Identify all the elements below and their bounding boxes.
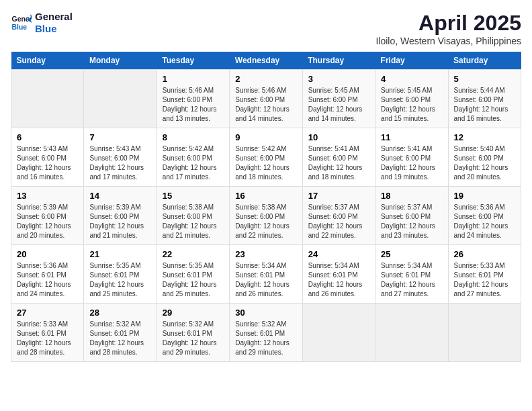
day-info: Sunrise: 5:35 AMSunset: 6:01 PMDaylight:… bbox=[163, 261, 224, 299]
calendar-cell: 4Sunrise: 5:45 AMSunset: 6:00 PMDaylight… bbox=[375, 70, 448, 128]
calendar-cell: 15Sunrise: 5:38 AMSunset: 6:00 PMDayligh… bbox=[157, 187, 229, 245]
day-number: 18 bbox=[381, 191, 442, 201]
day-info: Sunrise: 5:32 AMSunset: 6:01 PMDaylight:… bbox=[163, 320, 224, 357]
day-number: 14 bbox=[89, 191, 150, 201]
day-number: 29 bbox=[163, 308, 224, 318]
calendar-cell: 26Sunrise: 5:33 AMSunset: 6:01 PMDayligh… bbox=[448, 245, 521, 304]
logo-line2: Blue bbox=[35, 23, 73, 35]
day-info: Sunrise: 5:37 AMSunset: 6:00 PMDaylight:… bbox=[308, 203, 369, 240]
day-info: Sunrise: 5:41 AMSunset: 6:00 PMDaylight:… bbox=[381, 144, 442, 182]
day-number: 13 bbox=[17, 191, 78, 201]
calendar-cell bbox=[302, 304, 375, 362]
header-saturday: Saturday bbox=[448, 52, 521, 70]
calendar-cell: 12Sunrise: 5:40 AMSunset: 6:00 PMDayligh… bbox=[448, 128, 521, 187]
calendar-cell: 24Sunrise: 5:34 AMSunset: 6:01 PMDayligh… bbox=[302, 245, 375, 304]
calendar-cell: 30Sunrise: 5:32 AMSunset: 6:01 PMDayligh… bbox=[230, 304, 302, 362]
calendar-cell: 27Sunrise: 5:33 AMSunset: 6:01 PMDayligh… bbox=[11, 304, 84, 362]
day-info: Sunrise: 5:32 AMSunset: 6:01 PMDaylight:… bbox=[235, 320, 296, 357]
day-info: Sunrise: 5:40 AMSunset: 6:00 PMDaylight:… bbox=[454, 144, 515, 182]
week-row-1: 1Sunrise: 5:46 AMSunset: 6:00 PMDaylight… bbox=[11, 70, 521, 128]
calendar-header-row: SundayMondayTuesdayWednesdayThursdayFrid… bbox=[11, 52, 521, 70]
calendar-cell: 10Sunrise: 5:41 AMSunset: 6:00 PMDayligh… bbox=[302, 128, 375, 187]
day-info: Sunrise: 5:44 AMSunset: 6:00 PMDaylight:… bbox=[454, 86, 515, 124]
day-info: Sunrise: 5:42 AMSunset: 6:00 PMDaylight:… bbox=[235, 144, 296, 182]
day-number: 8 bbox=[163, 132, 224, 142]
logo-line1: General bbox=[35, 11, 73, 23]
day-number: 16 bbox=[235, 191, 296, 201]
calendar-cell: 28Sunrise: 5:32 AMSunset: 6:01 PMDayligh… bbox=[84, 304, 157, 362]
day-number: 7 bbox=[89, 132, 150, 142]
header-sunday: Sunday bbox=[11, 52, 84, 70]
day-info: Sunrise: 5:37 AMSunset: 6:00 PMDaylight:… bbox=[381, 203, 442, 240]
week-row-2: 6Sunrise: 5:43 AMSunset: 6:00 PMDaylight… bbox=[11, 128, 521, 187]
day-info: Sunrise: 5:38 AMSunset: 6:00 PMDaylight:… bbox=[235, 203, 296, 240]
day-info: Sunrise: 5:46 AMSunset: 6:00 PMDaylight:… bbox=[235, 86, 296, 124]
svg-text:Blue: Blue bbox=[12, 24, 28, 31]
day-info: Sunrise: 5:43 AMSunset: 6:00 PMDaylight:… bbox=[89, 144, 150, 182]
day-number: 30 bbox=[235, 308, 296, 318]
day-number: 25 bbox=[381, 249, 442, 259]
header-monday: Monday bbox=[84, 52, 157, 70]
day-number: 15 bbox=[163, 191, 224, 201]
calendar-cell bbox=[448, 304, 521, 362]
day-info: Sunrise: 5:34 AMSunset: 6:01 PMDaylight:… bbox=[381, 261, 442, 299]
day-info: Sunrise: 5:32 AMSunset: 6:01 PMDaylight:… bbox=[89, 320, 150, 357]
header: General Blue General Blue April 2025 Ilo… bbox=[11, 11, 521, 46]
week-row-4: 20Sunrise: 5:36 AMSunset: 6:01 PMDayligh… bbox=[11, 245, 521, 304]
day-info: Sunrise: 5:35 AMSunset: 6:01 PMDaylight:… bbox=[89, 261, 150, 299]
calendar-cell: 21Sunrise: 5:35 AMSunset: 6:01 PMDayligh… bbox=[84, 245, 157, 304]
calendar-table: SundayMondayTuesdayWednesdayThursdayFrid… bbox=[11, 52, 521, 362]
calendar-cell: 8Sunrise: 5:42 AMSunset: 6:00 PMDaylight… bbox=[157, 128, 229, 187]
calendar-cell: 19Sunrise: 5:36 AMSunset: 6:00 PMDayligh… bbox=[448, 187, 521, 245]
header-wednesday: Wednesday bbox=[230, 52, 302, 70]
day-info: Sunrise: 5:38 AMSunset: 6:00 PMDaylight:… bbox=[163, 203, 224, 240]
subtitle: Iloilo, Western Visayas, Philippines bbox=[375, 36, 521, 46]
day-info: Sunrise: 5:33 AMSunset: 6:01 PMDaylight:… bbox=[17, 320, 78, 357]
logo: General Blue General Blue bbox=[11, 11, 73, 35]
calendar-cell: 9Sunrise: 5:42 AMSunset: 6:00 PMDaylight… bbox=[230, 128, 302, 187]
calendar-cell bbox=[84, 70, 157, 128]
day-number: 11 bbox=[381, 132, 442, 142]
day-number: 4 bbox=[381, 74, 442, 84]
logo-icon: General Blue bbox=[11, 12, 32, 34]
day-number: 5 bbox=[454, 74, 515, 84]
day-info: Sunrise: 5:39 AMSunset: 6:00 PMDaylight:… bbox=[89, 203, 150, 240]
header-tuesday: Tuesday bbox=[157, 52, 229, 70]
calendar-cell bbox=[11, 70, 84, 128]
calendar-cell: 23Sunrise: 5:34 AMSunset: 6:01 PMDayligh… bbox=[230, 245, 302, 304]
day-number: 9 bbox=[235, 132, 296, 142]
day-info: Sunrise: 5:39 AMSunset: 6:00 PMDaylight:… bbox=[17, 203, 78, 240]
day-info: Sunrise: 5:33 AMSunset: 6:01 PMDaylight:… bbox=[454, 261, 515, 299]
day-number: 10 bbox=[308, 132, 369, 142]
main-title: April 2025 bbox=[375, 11, 521, 36]
day-number: 27 bbox=[17, 308, 78, 318]
week-row-3: 13Sunrise: 5:39 AMSunset: 6:00 PMDayligh… bbox=[11, 187, 521, 245]
calendar-cell: 3Sunrise: 5:45 AMSunset: 6:00 PMDaylight… bbox=[302, 70, 375, 128]
title-area: April 2025 Iloilo, Western Visayas, Phil… bbox=[375, 11, 521, 46]
calendar-cell: 22Sunrise: 5:35 AMSunset: 6:01 PMDayligh… bbox=[157, 245, 229, 304]
day-info: Sunrise: 5:43 AMSunset: 6:00 PMDaylight:… bbox=[17, 144, 78, 182]
calendar-cell: 20Sunrise: 5:36 AMSunset: 6:01 PMDayligh… bbox=[11, 245, 84, 304]
day-number: 24 bbox=[308, 249, 369, 259]
day-number: 20 bbox=[17, 249, 78, 259]
day-info: Sunrise: 5:36 AMSunset: 6:00 PMDaylight:… bbox=[454, 203, 515, 240]
calendar-cell: 13Sunrise: 5:39 AMSunset: 6:00 PMDayligh… bbox=[11, 187, 84, 245]
calendar-cell: 25Sunrise: 5:34 AMSunset: 6:01 PMDayligh… bbox=[375, 245, 448, 304]
day-number: 12 bbox=[454, 132, 515, 142]
day-number: 19 bbox=[454, 191, 515, 201]
calendar-cell bbox=[375, 304, 448, 362]
calendar-cell: 7Sunrise: 5:43 AMSunset: 6:00 PMDaylight… bbox=[84, 128, 157, 187]
day-info: Sunrise: 5:45 AMSunset: 6:00 PMDaylight:… bbox=[308, 86, 369, 124]
calendar-cell: 14Sunrise: 5:39 AMSunset: 6:00 PMDayligh… bbox=[84, 187, 157, 245]
day-info: Sunrise: 5:46 AMSunset: 6:00 PMDaylight:… bbox=[163, 86, 224, 124]
calendar-cell: 11Sunrise: 5:41 AMSunset: 6:00 PMDayligh… bbox=[375, 128, 448, 187]
header-thursday: Thursday bbox=[302, 52, 375, 70]
day-number: 21 bbox=[89, 249, 150, 259]
day-info: Sunrise: 5:45 AMSunset: 6:00 PMDaylight:… bbox=[381, 86, 442, 124]
day-number: 28 bbox=[89, 308, 150, 318]
calendar-cell: 6Sunrise: 5:43 AMSunset: 6:00 PMDaylight… bbox=[11, 128, 84, 187]
day-number: 1 bbox=[163, 74, 224, 84]
calendar-cell: 5Sunrise: 5:44 AMSunset: 6:00 PMDaylight… bbox=[448, 70, 521, 128]
day-info: Sunrise: 5:36 AMSunset: 6:01 PMDaylight:… bbox=[17, 261, 78, 299]
day-number: 3 bbox=[308, 74, 369, 84]
